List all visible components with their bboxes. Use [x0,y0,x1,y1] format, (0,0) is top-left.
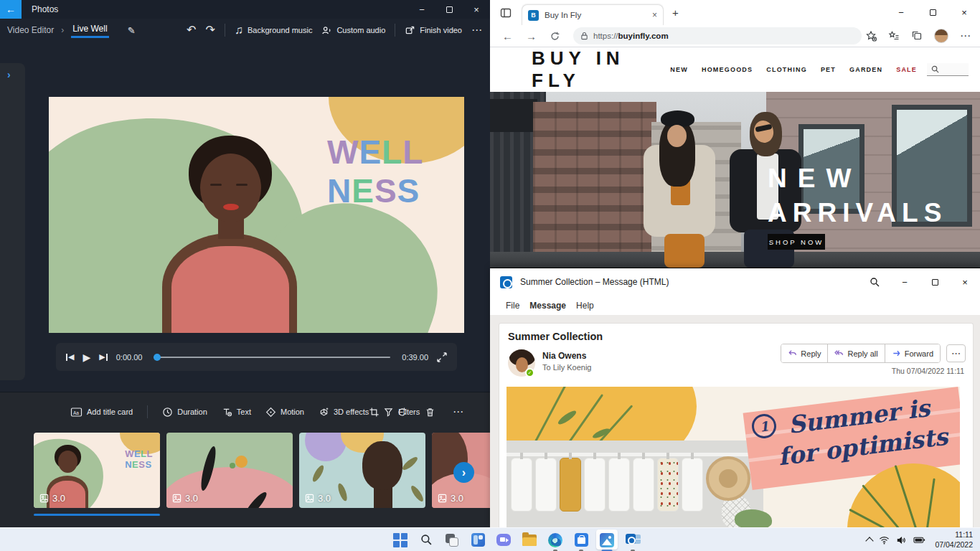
seek-slider[interactable] [154,357,390,358]
edge-toolbar-icons: ⋯ [865,29,971,43]
background-music-button[interactable]: ♫Background music [235,24,313,36]
favorites-icon[interactable] [888,30,900,42]
undo-icon[interactable]: ↶ [187,24,196,36]
minimize-button[interactable]: − [408,0,435,19]
back-button[interactable]: ← [0,0,22,19]
start-button[interactable] [387,529,413,551]
maximize-button[interactable] [435,0,463,19]
browser-more-icon[interactable]: ⋯ [960,29,971,42]
maximize-button[interactable] [920,268,950,296]
delete-icon[interactable] [425,407,435,418]
next-frame-button[interactable]: ▶ [99,352,107,362]
finish-video-button[interactable]: Finish video [405,25,462,36]
taskbar-clock[interactable]: 11:11 07/04/2022 [935,530,973,550]
volume-icon[interactable] [896,535,907,545]
taskbar-icons [387,528,646,551]
more-clip-options-icon[interactable]: ⋯ [453,405,464,418]
breadcrumb-project-name[interactable]: Live Well [71,22,108,38]
rotate-icon[interactable] [397,407,407,418]
add-title-card-button[interactable]: Aa Add title card [70,407,133,418]
building-brick [533,102,656,268]
rename-pencil-icon[interactable]: ✎ [128,25,136,36]
nav-sale[interactable]: SALE [896,66,917,73]
fullscreen-icon[interactable] [437,352,447,362]
forward-icon [892,349,901,358]
battery-icon[interactable] [913,535,925,545]
add-favorite-icon[interactable] [865,30,877,42]
task-view-button[interactable] [439,529,465,551]
nav-pet[interactable]: PET [821,66,836,73]
menu-message[interactable]: Message [529,301,566,311]
play-button[interactable]: ▶ [83,352,90,363]
menu-file[interactable]: File [506,301,519,311]
redo-icon[interactable]: ↷ [206,24,215,36]
close-button[interactable]: × [950,268,980,296]
close-button[interactable]: × [948,0,980,25]
wifi-icon[interactable] [879,535,890,545]
back-icon[interactable]: ← [502,30,513,42]
refresh-icon[interactable] [550,31,560,42]
outlook-window-controls: − × [859,268,980,296]
new-tab-button[interactable]: + [672,6,679,19]
browser-tab[interactable]: B Buy In Fly × [522,4,664,25]
taskbar-search-button[interactable] [413,529,439,551]
message-more-button[interactable]: ⋯ [946,344,966,362]
tab-close-icon[interactable]: × [652,10,657,20]
minimize-button[interactable]: − [890,268,920,296]
search-button[interactable] [859,268,890,296]
minimize-button[interactable]: − [885,0,917,25]
site-search-box[interactable] [927,63,969,76]
clock-icon [162,407,173,418]
store-button[interactable] [568,529,594,551]
collections-icon[interactable] [911,30,923,42]
maximize-button[interactable] [917,0,948,25]
forward-icon[interactable]: → [526,30,537,42]
text-button[interactable]: Text [222,407,251,418]
custom-audio-button[interactable]: Custom audio [321,25,385,36]
nav-clothing[interactable]: CLOTHING [766,66,807,73]
collapsed-side-panel[interactable]: › [0,63,25,380]
shop-now-button[interactable]: SHOP NOW [768,234,825,250]
forward-button[interactable]: Forward [885,344,940,362]
widgets-button[interactable] [465,529,491,551]
crop-icon[interactable] [369,407,380,418]
seek-handle[interactable] [154,354,161,361]
outlook-icon [626,533,641,547]
duration-button[interactable]: Duration [162,407,207,418]
breadcrumb-video-editor[interactable]: Video Editor [7,25,54,35]
outlook-taskbar-button[interactable] [620,529,646,551]
timeline-clip-2[interactable]: 3.0 [166,433,293,508]
3d-effects-icon [319,407,329,418]
wellness-title: WELL NESS [327,133,423,210]
more-options-icon[interactable]: ⋯ [471,24,483,37]
file-explorer-button[interactable] [517,529,542,551]
nav-garden[interactable]: GARDEN [849,66,882,73]
address-bar[interactable]: https://buyinfly.com [573,27,862,44]
store-icon [575,533,588,547]
site-logo[interactable]: BUY IN FLY [532,47,670,92]
motion-button[interactable]: Motion [265,407,304,418]
nav-homegoods[interactable]: HOMEGOODS [702,66,753,73]
reply-all-button[interactable]: Reply all [827,344,884,362]
nav-new[interactable]: NEW [670,66,688,73]
3d-effects-button[interactable]: 3D effects [319,407,369,418]
previous-frame-button[interactable]: ◀ [66,352,74,362]
expand-panel-icon[interactable]: › [7,69,11,80]
close-button[interactable]: × [463,0,490,19]
timeline-clip-3[interactable]: 3.0 [299,433,425,508]
timeline-next-button[interactable]: › [453,462,474,483]
photos-taskbar-button[interactable] [594,529,620,551]
timeline-clip-1[interactable]: WELLNESS 3.0 [34,433,160,508]
chevron-right-icon: › [61,25,64,35]
site-nav: NEW HOMEGOODS CLOTHING PET GARDEN SALE [670,66,917,73]
tab-layout-icon[interactable] [500,7,512,19]
menu-help[interactable]: Help [576,301,594,311]
outlook-message-window: Summer Collection – Message (HTML) − × F… [490,268,980,527]
text-tool-icon [222,407,232,418]
edge-taskbar-button[interactable] [542,529,568,551]
show-hidden-icons-chevron[interactable] [866,537,874,545]
profile-avatar[interactable] [934,29,948,43]
reply-button[interactable]: Reply [781,344,827,362]
search-icon [931,65,939,73]
chat-button[interactable] [491,529,517,551]
